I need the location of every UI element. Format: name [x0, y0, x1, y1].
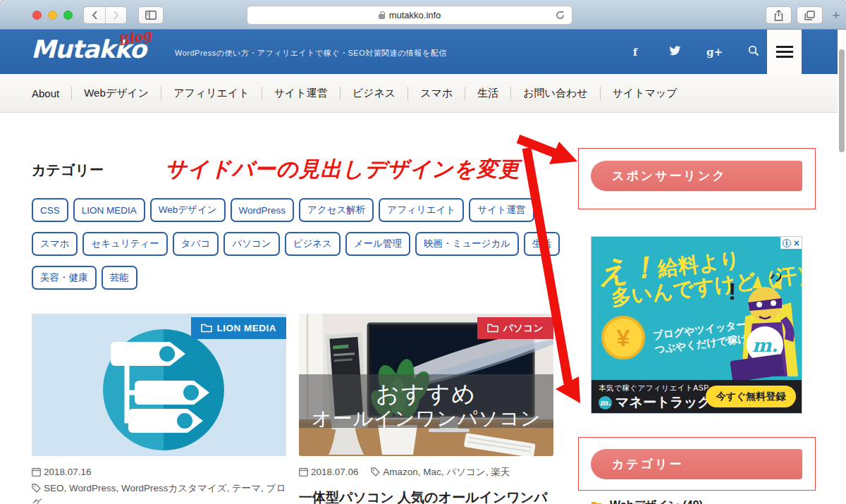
svg-text:m.: m.	[752, 335, 778, 356]
chip-css[interactable]: CSS	[32, 198, 68, 222]
history-nav-group	[83, 6, 127, 24]
category-chip-list: CSS LION MEDIA Webデザイン WordPress アクセス解析 …	[32, 198, 560, 300]
nav-item-webdesign[interactable]: Webデザイン	[71, 87, 161, 100]
search-icon[interactable]	[746, 45, 761, 59]
post-date: 2018.07.06	[299, 467, 359, 477]
tag-icon	[32, 484, 41, 493]
chip-lion-media[interactable]: LION MEDIA	[73, 198, 145, 222]
address-bar[interactable]: mutakko.info	[247, 6, 572, 25]
post-list: LION MEDIA 2018.07.16 SEO, WordPress, Wo…	[32, 314, 553, 504]
calendar-icon	[299, 467, 308, 477]
ad-asp-label: 本気で稼ぐアフィリエイトASP	[599, 383, 709, 393]
chip-siteops[interactable]: サイト運営	[469, 198, 534, 222]
category-badge-pc[interactable]: パソコン	[477, 317, 553, 339]
folder-icon	[201, 324, 212, 333]
chip-business[interactable]: ビジネス	[285, 232, 341, 256]
annotation-text: サイドバーの見出しデザインを変更	[165, 155, 520, 184]
adchoices-controls: i ×	[780, 237, 802, 249]
menu-hamburger-button[interactable]	[767, 30, 802, 74]
ad-info-icon[interactable]: i	[783, 239, 791, 247]
svg-text:!: !	[728, 278, 736, 305]
facebook-icon[interactable]: f	[627, 46, 643, 59]
post-meta: 2018.07.06 Amazon, Mac, パソコン, 楽天	[299, 465, 553, 480]
social-links: f g+	[627, 30, 761, 74]
overlapping-squares-icon	[804, 11, 815, 20]
post-date: 2018.07.16	[32, 467, 92, 477]
chip-mail[interactable]: メール管理	[345, 232, 410, 256]
nav-item-sitemap[interactable]: サイトマップ	[600, 87, 689, 100]
nav-item-life[interactable]: 生活	[465, 87, 510, 100]
superhero-character: m. !	[703, 274, 802, 380]
ad-banner[interactable]: i × え！給料より 多いんですけど（汗） ¥ ブログやツイッターで つぶやくだ…	[591, 236, 802, 414]
nav-item-siteops[interactable]: サイト運営	[262, 87, 340, 100]
browser-window: mutakko.info + Mutakko Blog	[0, 0, 846, 504]
new-tab-button[interactable]: +	[828, 6, 845, 24]
ad-footer-bar: 本気で稼ぐアフィリエイトASP m. マネートラック 今すぐ無料登録	[591, 380, 802, 413]
padlock-icon	[379, 14, 385, 19]
close-window-button[interactable]	[32, 11, 42, 20]
reload-icon[interactable]	[555, 10, 565, 20]
post-thumbnail-desk-photo[interactable]: おすすめ オールインワンパソコン パソコン	[299, 314, 553, 456]
web-page: Mutakko Blog WordPressの使い方・アフィリエイトで稼ぐ・SE…	[0, 30, 846, 504]
url-text: mutakko.info	[389, 10, 441, 20]
post-card-lion-media: LION MEDIA 2018.07.16 SEO, WordPress, Wo…	[32, 314, 286, 504]
ad-brand: m. マネートラック	[599, 393, 711, 412]
category-badge-lion-media[interactable]: LION MEDIA	[191, 317, 287, 339]
zoom-window-button[interactable]	[63, 11, 73, 20]
chip-wordpress[interactable]: WordPress	[231, 198, 295, 222]
sidebar-heading-category: カテゴリー	[591, 449, 802, 479]
chip-tobacco[interactable]: タバコ	[173, 232, 219, 256]
folder-icon	[487, 324, 498, 333]
monetrack-logo-icon: m.	[599, 396, 612, 410]
sidebar-heading-sponsor: スポンサーリンク	[591, 161, 802, 191]
back-button[interactable]	[84, 7, 105, 23]
sidebar-panel-icon	[145, 11, 157, 20]
sidebar-toggle-button[interactable]	[138, 6, 164, 24]
image-overlay-text-2: オールインワンパソコン	[299, 405, 553, 432]
page-title: カテゴリー	[32, 161, 104, 180]
post-tags[interactable]: Amazon, Mac, パソコン, 楽天	[371, 467, 510, 477]
chip-security[interactable]: セキュリティー	[82, 232, 167, 256]
chip-webdesign[interactable]: Webデザイン	[150, 198, 226, 222]
ad-cta-button[interactable]: 今すぐ無料登録	[706, 386, 796, 407]
minimize-window-button[interactable]	[48, 11, 57, 20]
chip-life[interactable]: 生活	[524, 232, 560, 256]
share-up-arrow-icon	[774, 10, 783, 21]
google-plus-icon[interactable]: g+	[706, 46, 722, 59]
site-tagline: WordPressの使い方・アフィリエイトで稼ぐ・SEO対策関連の情報を配信	[175, 48, 447, 59]
tag-icon	[371, 467, 380, 477]
nav-item-contact[interactable]: お問い合わせ	[510, 87, 599, 100]
chip-smartphone[interactable]: スマホ	[32, 232, 78, 256]
post-thumbnail-tags-illustration[interactable]: LION MEDIA	[32, 314, 286, 456]
page-scrollbar-thumb[interactable]	[839, 49, 845, 152]
ad-close-icon[interactable]: ×	[794, 238, 799, 249]
calendar-icon	[32, 467, 41, 477]
chip-entertainment[interactable]: 芸能	[102, 266, 137, 290]
main-navigation: About Webデザイン アフィリエイト サイト運営 ビジネス スマホ 生活 …	[0, 74, 838, 113]
chevron-left-icon	[92, 11, 98, 20]
nav-item-affiliate[interactable]: アフィリエイト	[161, 87, 261, 100]
chip-beauty-health[interactable]: 美容・健康	[32, 266, 97, 290]
nav-item-business[interactable]: ビジネス	[340, 87, 407, 100]
nav-item-about[interactable]: About	[32, 87, 71, 99]
post-title[interactable]: 一体型パソコン 人気のオールインワンパソコン	[299, 487, 553, 504]
post-tags[interactable]: SEO, WordPress, WordPressカスタマイズ, テーマ, ブロ…	[32, 481, 286, 504]
site-header: Mutakko Blog WordPressの使い方・アフィリエイトで稼ぐ・SE…	[0, 30, 838, 74]
twitter-icon[interactable]	[667, 46, 682, 59]
chip-affiliate[interactable]: アフィリエイト	[379, 198, 464, 222]
open-folder-icon	[591, 500, 604, 504]
post-meta: 2018.07.16 SEO, WordPress, WordPressカスタマ…	[32, 465, 286, 504]
browser-toolbar: mutakko.info +	[0, 0, 846, 30]
sidebar-category-webdesign[interactable]: Webデザイン (49)	[591, 498, 703, 504]
chip-pc[interactable]: パソコン	[223, 232, 279, 256]
post-card-pc: おすすめ オールインワンパソコン パソコン 2018.07.06 Amazon,…	[299, 314, 553, 504]
yen-coin-icon: ¥	[601, 316, 645, 359]
chip-movie-musical[interactable]: 映画・ミュージカル	[415, 232, 519, 256]
forward-button[interactable]	[105, 7, 126, 23]
chevron-right-icon	[113, 11, 119, 20]
show-all-tabs-button[interactable]	[797, 6, 823, 24]
nav-item-smartphone[interactable]: スマホ	[407, 87, 465, 100]
chip-access-analysis[interactable]: アクセス解析	[299, 198, 374, 222]
site-logo[interactable]: Mutakko Blog	[31, 35, 146, 63]
share-button[interactable]	[766, 6, 792, 24]
